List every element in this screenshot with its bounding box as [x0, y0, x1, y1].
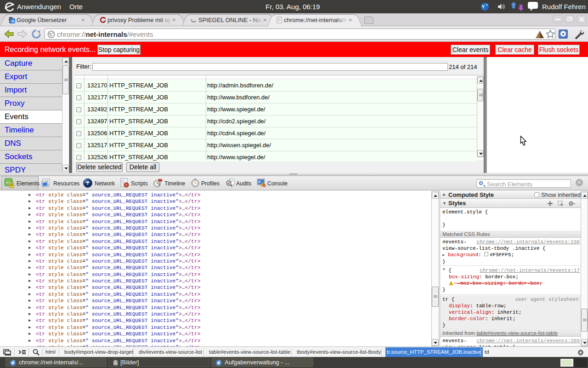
svg-text:A: A	[11, 19, 15, 23]
svg-text:{}: {}	[121, 179, 125, 183]
